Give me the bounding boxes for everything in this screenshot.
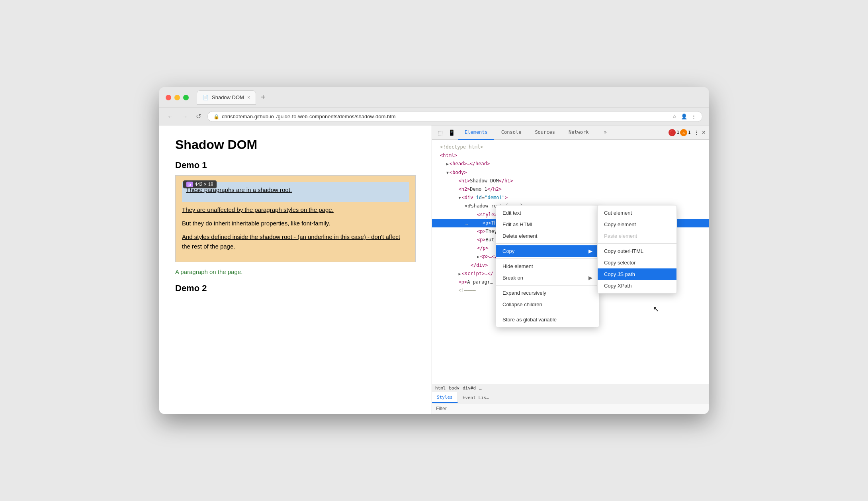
address-host: chrisbateman.github.io — [222, 114, 274, 119]
ctx-collapse[interactable]: Collapse children — [496, 299, 599, 310]
copy-paste-element[interactable]: Paste element — [598, 230, 676, 242]
maximize-button[interactable] — [183, 95, 189, 100]
breadcrumb-div[interactable]: div#d — [463, 386, 476, 391]
page-title: Shadow DOM — [175, 137, 416, 152]
address-input[interactable]: 🔒 chrisbateman.github.io/guide-to-web-co… — [207, 111, 702, 122]
copy-cut-element[interactable]: Cut element — [598, 207, 676, 219]
title-bar: 📄 Shadow DOM × + — [159, 87, 709, 108]
dom-body[interactable]: <body> — [432, 168, 709, 177]
tab-sources[interactable]: Sources — [528, 125, 561, 140]
ctx-hide[interactable]: Hide element — [496, 260, 599, 272]
context-menu: Edit text Edit as HTML Delete element Co… — [496, 205, 599, 327]
devtools-right: 🚫 1 ⚠ 1 ⋮ × — [669, 129, 706, 136]
copy-selector[interactable]: Copy selector — [598, 257, 676, 268]
demo2-heading: Demo 2 — [175, 283, 416, 294]
ctx-edit-text[interactable]: Edit text — [496, 207, 599, 219]
ctx-delete[interactable]: Delete element — [496, 230, 599, 242]
ctx-break-label: Break on — [502, 275, 523, 281]
device-icon[interactable]: 📱 — [446, 128, 457, 137]
error-badge-container: 🚫 1 ⚠ 1 — [669, 129, 690, 136]
ctx-store-global[interactable]: Store as global variable — [496, 314, 599, 325]
forward-button[interactable]: → — [180, 112, 190, 122]
active-tab[interactable]: 📄 Shadow DOM × — [197, 90, 256, 105]
bottom-tabs: Styles Event Lis… — [432, 392, 709, 403]
bottom-tab-event-listeners[interactable]: Event Lis… — [458, 392, 494, 403]
copy-js-path[interactable]: Copy JS path — [598, 268, 676, 280]
demo1-heading: Demo 1 — [175, 160, 416, 170]
copy-outerhtml[interactable]: Copy outerHTML — [598, 245, 676, 257]
breadcrumb-body[interactable]: body — [449, 386, 460, 391]
back-button[interactable]: ← — [166, 112, 175, 122]
tab-more[interactable]: » — [598, 125, 613, 140]
filter-bar — [432, 403, 709, 414]
copy-copy-element[interactable]: Copy element — [598, 219, 676, 230]
element-tooltip: p 443 × 18 — [183, 180, 217, 188]
dom-doctype: <!doctype html> — [432, 143, 709, 151]
ctx-separator-4 — [496, 312, 599, 312]
demo2-section: Demo 2 — [175, 283, 416, 294]
page-paragraph: A paragraph on the page. — [175, 268, 416, 275]
paragraph-4: And styles defined inside the shadow roo… — [182, 232, 409, 251]
paragraph-1: These paragraphs are in a shadow root. — [186, 185, 405, 195]
devtools-close-button[interactable]: × — [702, 129, 706, 136]
copy-xpath[interactable]: Copy XPath — [598, 280, 676, 292]
paragraph-3: But they do inherit inheritable properti… — [182, 219, 409, 228]
devtools-settings-icon[interactable]: ⋮ — [694, 130, 699, 135]
account-icon[interactable]: 👤 — [681, 114, 687, 119]
ctx-copy-arrow: ▶ — [588, 248, 592, 254]
tab-title: Shadow DOM — [212, 94, 244, 100]
copy-separator — [598, 243, 676, 244]
webpage-panel: Shadow DOM Demo 1 p 443 × 18 These parag… — [159, 125, 432, 414]
minimize-button[interactable] — [174, 95, 180, 100]
tab-console[interactable]: Console — [495, 125, 528, 140]
warning-badge: ⚠ — [680, 129, 687, 136]
tab-elements[interactable]: Elements — [458, 125, 494, 140]
error-badge: 🚫 — [669, 129, 676, 136]
ctx-break-arrow: ▶ — [588, 275, 592, 281]
ctx-break-on[interactable]: Break on ▶ — [496, 272, 599, 284]
inspect-icon[interactable]: ⬚ — [435, 128, 445, 137]
dom-h2-demo1[interactable]: <h2>Demo 1</h2> — [432, 185, 709, 194]
ctx-separator-2 — [496, 258, 599, 259]
ctx-edit-html[interactable]: Edit as HTML — [496, 219, 599, 230]
copy-submenu: Cut element Copy element Paste element C… — [597, 205, 677, 294]
dom-h1[interactable]: <h1>Shadow DOM</h1> — [432, 177, 709, 185]
bookmark-icon[interactable]: ☆ — [672, 114, 677, 119]
address-bar: ← → ↺ 🔒 chrisbateman.github.io/guide-to-… — [159, 108, 709, 125]
filter-input[interactable] — [436, 406, 705, 411]
tab-network[interactable]: Network — [562, 125, 595, 140]
menu-icon[interactable]: ⋮ — [691, 114, 696, 119]
tab-bar: 📄 Shadow DOM × + — [197, 90, 269, 105]
ctx-separator-3 — [496, 285, 599, 286]
ctx-copy[interactable]: Copy ▶ — [496, 245, 599, 257]
bottom-tab-styles[interactable]: Styles — [432, 392, 458, 403]
tab-close-button[interactable]: × — [247, 95, 250, 100]
tooltip-dimensions: 443 × 18 — [195, 182, 213, 187]
devtools-tabs: ⬚ 📱 Elements Console Sources Network » 🚫… — [432, 125, 709, 140]
refresh-button[interactable]: ↺ — [194, 111, 203, 122]
devtools-panel: ⬚ 📱 Elements Console Sources Network » 🚫… — [432, 125, 709, 414]
breadcrumb-html[interactable]: html — [435, 386, 446, 391]
paragraph-2: They are unaffected by the paragraph sty… — [182, 205, 409, 215]
traffic-lights — [166, 95, 189, 100]
close-button[interactable] — [166, 95, 171, 100]
lock-icon: 🔒 — [213, 114, 219, 119]
tooltip-tag: p — [186, 182, 193, 187]
ctx-copy-label: Copy — [502, 248, 514, 254]
address-path: /guide-to-web-components/demos/shadow-do… — [276, 114, 396, 119]
dom-div-demo1[interactable]: <div id="demo1"> — [432, 194, 709, 202]
browser-window: 📄 Shadow DOM × + ← → ↺ 🔒 chrisbateman.gi… — [159, 87, 709, 414]
dom-html[interactable]: <html> — [432, 151, 709, 160]
ctx-expand[interactable]: Expand recursively — [496, 287, 599, 299]
ctx-separator-1 — [496, 243, 599, 244]
error-count: 1 — [676, 130, 679, 135]
new-tab-button[interactable]: + — [258, 91, 269, 104]
breadcrumb-more: … — [479, 386, 482, 391]
tab-icon: 📄 — [203, 95, 209, 100]
main-content: Shadow DOM Demo 1 p 443 × 18 These parag… — [159, 125, 709, 414]
breadcrumb: html body div#d … — [432, 384, 709, 392]
dom-head[interactable]: <head>…</head> — [432, 160, 709, 168]
warning-count: 1 — [688, 130, 691, 135]
